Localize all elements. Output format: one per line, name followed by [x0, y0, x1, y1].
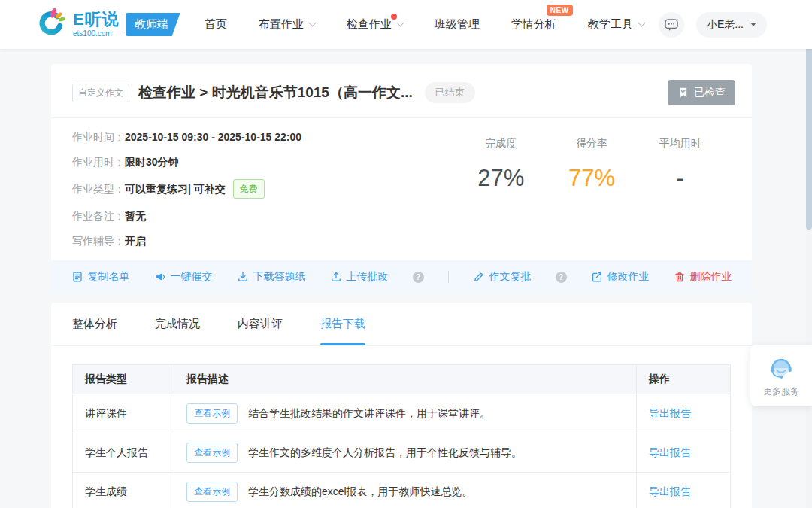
export-report-link[interactable]: 导出报告 — [649, 485, 691, 497]
megaphone-icon — [154, 271, 166, 283]
badge-decoration — [175, 16, 185, 35]
bookmark-check-icon — [677, 87, 689, 99]
homework-details: 作业时间： 2025-10-15 09:30 - 2025-10-15 22:0… — [51, 118, 752, 258]
more-services-widget[interactable]: 更多服务 — [750, 345, 812, 406]
upload-grading-button[interactable]: 上传批改 — [330, 270, 389, 284]
notification-dot — [391, 14, 397, 20]
tab-content-review[interactable]: 内容讲评 — [238, 303, 283, 345]
info-row-writing-coach: 写作辅导： 开启 — [72, 233, 426, 248]
nav-item-teaching-tools[interactable]: 教学工具 — [588, 17, 644, 32]
page: E听说 ets100.com 教师端 首页 布置作业 检查作业 — [0, 0, 812, 508]
category-tag: 自定义作文 — [72, 84, 129, 102]
divider — [448, 271, 449, 283]
nav-label: 首页 — [205, 17, 227, 32]
export-report-link[interactable]: 导出报告 — [649, 407, 691, 419]
tabs: 整体分析 完成情况 内容讲评 报告下载 — [51, 303, 752, 346]
help-icon[interactable]: ? — [413, 272, 424, 283]
trash-icon — [674, 271, 686, 283]
view-example-button[interactable]: 查看示例 — [186, 403, 238, 424]
help-icon[interactable]: ? — [556, 272, 567, 283]
customer-service-icon — [767, 353, 795, 382]
checked-button[interactable]: 已检查 — [668, 80, 735, 105]
stat-label: 得分率 — [568, 137, 615, 151]
nav-item-assign-homework[interactable]: 布置作业 — [259, 17, 315, 32]
column-header-operation: 操作 — [637, 365, 731, 394]
table-row: 学生成绩 查看示例 学生分数成绩的excel报表，用于教师快速总览。 导出报告 — [73, 473, 731, 508]
delete-homework-button[interactable]: 删除作业 — [674, 270, 732, 284]
page-title: 检查作业 > 时光机音乐节1015（高一作文... — [138, 83, 413, 102]
stat-value: 27% — [477, 165, 524, 192]
top-navbar: E听说 ets100.com 教师端 首页 布置作业 检查作业 — [0, 0, 812, 49]
action-label: 修改作业 — [607, 270, 650, 284]
nav-label: 检查作业 — [347, 17, 392, 30]
info-value: 暂无 — [125, 208, 146, 224]
brand-swirl-icon — [34, 8, 68, 42]
logo[interactable]: E听说 ets100.com 教师端 — [34, 8, 180, 42]
nav-item-check-homework[interactable]: 检查作业 — [347, 17, 403, 32]
column-header-report-type: 报告类型 — [73, 365, 174, 394]
info-label: 作业类型： — [72, 181, 125, 196]
homework-header: 自定义作文 检查作业 > 时光机音乐节1015（高一作文... 已结束 已检查 — [51, 64, 752, 118]
nav-label: 学情分析 — [511, 17, 556, 30]
action-label: 删除作业 — [690, 270, 732, 284]
edit-homework-button[interactable]: 修改作业 — [591, 270, 650, 284]
nav-item-home[interactable]: 首页 — [205, 17, 227, 32]
table-row: 学生个人报告 查看示例 学生作文的多维度个人分析报告，用于个性化反馈与辅导。 导… — [73, 433, 731, 473]
tab-completion-status[interactable]: 完成情况 — [155, 303, 200, 345]
info-value: 限时30分钟 — [125, 154, 179, 169]
report-card: 整体分析 完成情况 内容讲评 报告下载 报告类型 报告描述 操作 讲评课件 查看… — [51, 303, 752, 508]
info-value: 开启 — [125, 233, 146, 248]
view-example-button[interactable]: 查看示例 — [186, 482, 238, 502]
tab-report-download[interactable]: 报告下载 — [320, 303, 365, 345]
document-icon — [71, 271, 83, 283]
nav-item-learning-analysis[interactable]: 学情分析 NEW — [511, 17, 556, 32]
info-list: 作业时间： 2025-10-15 09:30 - 2025-10-15 22:0… — [72, 129, 426, 258]
export-report-link[interactable]: 导出报告 — [649, 446, 691, 458]
action-label: 复制名单 — [88, 270, 130, 284]
brand-name: E听说 — [73, 11, 120, 28]
tab-overall-analysis[interactable]: 整体分析 — [72, 303, 117, 345]
column-header-report-description: 报告描述 — [174, 365, 637, 394]
user-menu[interactable]: 小E老... — [696, 12, 767, 38]
info-label: 作业用时： — [72, 154, 125, 169]
info-label: 作业时间： — [72, 129, 125, 144]
homework-summary-card: 自定义作文 检查作业 > 时光机音乐节1015（高一作文... 已结束 已检查 … — [51, 64, 752, 294]
new-badge: NEW — [547, 5, 573, 16]
info-row-time: 作业时间： 2025-10-15 09:30 - 2025-10-15 22:0… — [72, 129, 426, 144]
action-label: 上传批改 — [347, 270, 389, 284]
message-icon[interactable] — [659, 12, 684, 38]
copy-roster-button[interactable]: 复制名单 — [71, 270, 130, 284]
stat-average-time: 平均用时 - — [659, 137, 701, 258]
upload-icon — [330, 271, 342, 283]
nav-item-class-management[interactable]: 班级管理 — [435, 17, 480, 32]
stat-value: 77% — [568, 165, 615, 192]
chevron-down-icon — [396, 20, 404, 27]
teacher-edition-badge: 教师端 — [126, 13, 180, 36]
chevron-down-icon — [638, 20, 645, 27]
download-answer-sheet-button[interactable]: 下载答题纸 — [237, 270, 306, 284]
stats-panel: 完成度 27% 得分率 77% 平均用时 - — [426, 129, 731, 258]
navbar-right: 小E老... — [659, 12, 767, 38]
nav-label: 教学工具 — [588, 17, 633, 32]
info-label: 作业备注： — [72, 208, 125, 224]
report-description: 结合学生批改结果的作文讲评课件，用于课堂讲评。 — [248, 407, 490, 419]
teacher-edition-label: 教师端 — [135, 17, 168, 30]
report-description: 学生作文的多维度个人分析报告，用于个性化反馈与辅导。 — [248, 446, 522, 458]
report-type: 学生成绩 — [73, 473, 174, 508]
action-label: 一键催交 — [171, 270, 213, 284]
stat-completion: 完成度 27% — [477, 137, 524, 258]
urge-submit-button[interactable]: 一键催交 — [154, 270, 213, 284]
view-example-button[interactable]: 查看示例 — [186, 443, 238, 463]
info-value: 可以重复练习| 可补交 — [125, 181, 226, 196]
scrollbar[interactable] — [806, 0, 812, 508]
download-icon — [237, 271, 249, 283]
action-label: 作文复批 — [489, 270, 532, 284]
stat-label: 完成度 — [477, 137, 524, 151]
info-value: 2025-10-15 09:30 - 2025-10-15 22:00 — [125, 129, 301, 144]
main-navigation: 首页 布置作业 检查作业 班级管理 学情分析 NEW — [205, 17, 644, 32]
info-row-type: 作业类型： 可以重复练习| 可补交 免费 — [72, 179, 426, 199]
essay-rereview-button[interactable]: 作文复批 — [473, 270, 532, 284]
report-type: 讲评课件 — [73, 394, 174, 433]
info-row-duration: 作业用时： 限时30分钟 — [72, 154, 426, 169]
status-badge: 已结束 — [425, 82, 475, 103]
